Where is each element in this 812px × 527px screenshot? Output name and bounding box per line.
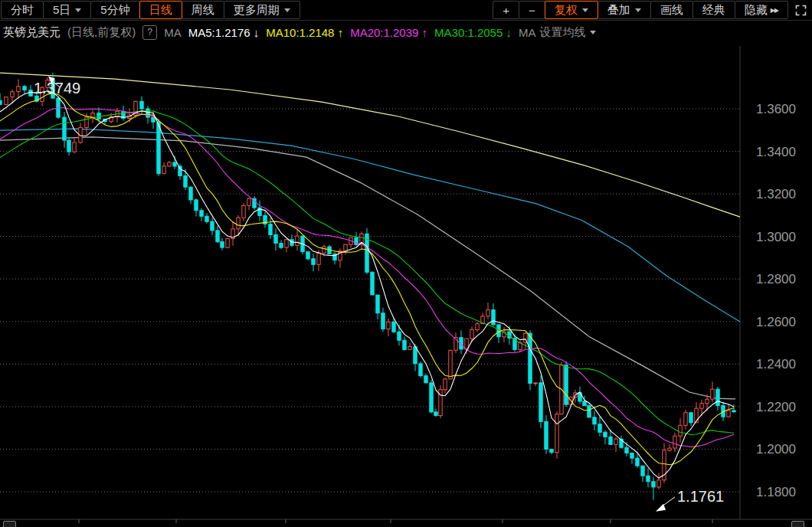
candle <box>439 385 442 418</box>
candle <box>349 237 352 248</box>
candle <box>306 252 309 261</box>
candle <box>444 378 447 393</box>
toolbar-button-adjust[interactable]: 复权 <box>545 1 598 19</box>
double-arrow-icon: ▶▶ <box>771 7 778 14</box>
chevron-down-icon <box>582 8 588 12</box>
toolbar-button-classic[interactable]: 经典 <box>692 1 735 19</box>
candle <box>454 332 457 353</box>
candle <box>274 228 277 250</box>
candle <box>476 322 479 332</box>
y-axis-label: 1.2400 <box>756 357 796 372</box>
candle <box>684 410 687 430</box>
chart-area[interactable]: 1.36001.34001.32001.30001.28001.26001.24… <box>0 44 812 527</box>
toolbar-button-label: 周线 <box>192 3 214 18</box>
toolbar-button-5day[interactable]: 5日 <box>43 1 91 19</box>
toolbar-button-label: 5日 <box>53 3 70 18</box>
fullscreen-expand-icon <box>794 4 807 17</box>
candle <box>376 295 379 319</box>
candle <box>539 375 542 428</box>
candle <box>593 411 596 430</box>
candle <box>711 381 714 402</box>
candle <box>574 390 577 403</box>
candle <box>430 380 433 414</box>
candle <box>339 248 342 267</box>
candle <box>333 251 336 264</box>
ma-indicator-label: MA <box>164 26 182 39</box>
candle <box>91 110 94 123</box>
candle <box>460 330 463 354</box>
toolbar-button-hide[interactable]: 隐藏▶▶ <box>735 1 788 19</box>
candle <box>620 436 623 449</box>
chevron-down-icon <box>590 31 596 34</box>
chevron-down-icon <box>635 8 641 12</box>
toolbar-button-overlay[interactable]: 叠加 <box>598 1 651 19</box>
toolbar-button-more-periods[interactable]: 更多周期 <box>224 1 300 19</box>
candle <box>344 244 347 255</box>
toolbar-button-intraday[interactable]: 分时 <box>1 1 44 19</box>
candle <box>381 308 385 332</box>
candle <box>550 449 553 454</box>
candle <box>29 85 32 97</box>
corner-tool-icon-left[interactable] <box>3 521 16 527</box>
candle <box>679 418 682 443</box>
candle <box>360 231 363 249</box>
candle <box>5 97 8 106</box>
candle <box>247 198 250 211</box>
candle <box>689 413 692 427</box>
ma10-legend-value: MA10:1.2148 ↑ <box>266 26 343 39</box>
candle <box>200 208 203 221</box>
candle <box>371 271 374 295</box>
price-chart-svg[interactable]: 1.36001.34001.32001.30001.28001.26001.24… <box>0 44 812 527</box>
candle <box>301 236 304 255</box>
legend-bar: 英镑兑美元 (日线,前复权) ? MA MA5:1.2176 ↓MA10:1.2… <box>0 21 812 44</box>
candle <box>545 415 548 454</box>
fullscreen-button[interactable] <box>794 4 807 17</box>
ma250-line <box>0 73 740 217</box>
toolbar-button-zoom-in[interactable]: + <box>493 1 519 19</box>
candle <box>403 336 406 351</box>
toolbar-button-label: 日线 <box>149 3 172 18</box>
candle <box>296 230 299 250</box>
y-axis-label: 1.2800 <box>756 272 796 286</box>
candle <box>578 387 581 404</box>
candle <box>727 404 730 418</box>
toolbar-button-5min[interactable]: 5分钟 <box>90 1 139 19</box>
candle <box>486 303 489 319</box>
y-axis-label: 1.1800 <box>756 485 796 499</box>
candle <box>565 361 568 407</box>
candle <box>408 342 411 350</box>
ma-settings-button[interactable]: 设置均线 <box>539 25 596 40</box>
candle <box>23 85 26 93</box>
ma5-legend-value: MA5:1.2176 ↓ <box>188 26 260 39</box>
y-axis-label: 1.3400 <box>756 145 796 159</box>
toolbar-left-group: 分时5日5分钟日线周线更多周期 <box>2 1 300 19</box>
candle <box>17 79 20 99</box>
corner-tool-icon-right[interactable] <box>791 521 804 527</box>
help-button[interactable]: ? <box>142 25 157 40</box>
period-subtitle: (日线,前复权) <box>67 25 136 40</box>
candle <box>614 437 617 452</box>
candle <box>205 213 208 224</box>
candle <box>73 138 76 154</box>
candle <box>79 123 82 143</box>
candle <box>242 203 245 221</box>
toolbar-button-weekly[interactable]: 周线 <box>182 1 224 19</box>
candle <box>560 362 563 414</box>
ma20-legend-value: MA20:1.2039 ↑ <box>350 26 427 39</box>
candle <box>598 417 601 437</box>
toolbar-right-group: +−复权叠加画线经典隐藏▶▶ <box>493 1 810 19</box>
candle <box>280 241 283 250</box>
toolbar-button-label: 分时 <box>11 3 34 18</box>
candle <box>264 211 267 227</box>
toolbar-button-daily[interactable]: 日线 <box>139 1 182 19</box>
toolbar-button-label: 5分钟 <box>100 3 129 18</box>
toolbar-button-draw-line[interactable]: 画线 <box>650 1 693 19</box>
toolbar-button-label: + <box>503 4 509 17</box>
chevron-down-icon <box>75 8 81 12</box>
candle <box>604 430 607 444</box>
toolbar-button-zoom-out[interactable]: − <box>519 1 545 19</box>
candle <box>555 411 558 459</box>
chevron-down-icon <box>284 8 290 12</box>
y-axis-label: 1.3200 <box>756 187 796 201</box>
candle <box>419 362 422 378</box>
